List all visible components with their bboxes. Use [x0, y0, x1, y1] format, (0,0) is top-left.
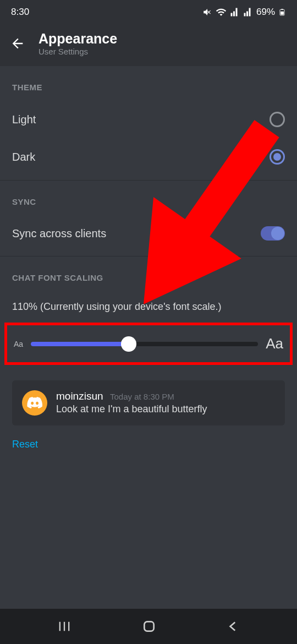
sync-section-header: SYNC: [0, 181, 297, 215]
slider-thumb[interactable]: [121, 336, 136, 352]
signal-icon-2: [243, 7, 253, 17]
android-nav-bar: [0, 609, 297, 644]
preview-timestamp: Today at 8:30 PM: [110, 392, 174, 401]
preview-message: Look at me I'm a beautiful butterfly: [56, 403, 207, 415]
status-time: 8:30: [11, 7, 29, 18]
toggle-thumb: [271, 227, 284, 240]
status-bar: 8:30 69%: [0, 0, 297, 24]
status-indicators: 69%: [202, 7, 286, 18]
radio-light[interactable]: [270, 112, 285, 127]
reset-button[interactable]: Reset: [0, 425, 297, 463]
recents-button[interactable]: [57, 619, 72, 634]
theme-option-light[interactable]: Light: [0, 101, 297, 138]
aa-large-label: Aa: [266, 335, 283, 352]
theme-dark-label: Dark: [12, 151, 35, 163]
font-scale-slider[interactable]: [31, 342, 258, 346]
theme-light-label: Light: [12, 113, 36, 126]
back-button[interactable]: [226, 619, 240, 634]
svg-rect-1: [281, 9, 283, 10]
sync-label: Sync across clients: [12, 227, 106, 240]
page-title: Appearance: [38, 31, 117, 47]
page-subtitle: User Settings: [38, 47, 117, 56]
sync-option[interactable]: Sync across clients: [0, 215, 297, 252]
signal-icon: [230, 7, 240, 17]
back-arrow-icon[interactable]: [10, 36, 25, 51]
radio-dark-inner: [273, 153, 281, 161]
theme-option-dark[interactable]: Dark: [0, 138, 297, 176]
sync-toggle[interactable]: [261, 226, 285, 241]
aa-small-label: Aa: [14, 340, 23, 348]
page-header: Appearance User Settings: [0, 24, 297, 66]
avatar: [22, 390, 47, 416]
battery-percent: 69%: [256, 7, 275, 18]
slider-fill: [31, 342, 129, 346]
battery-icon: [278, 7, 286, 18]
mute-icon: [202, 7, 212, 17]
message-preview: moinzisun Today at 8:30 PM Look at me I'…: [12, 380, 285, 425]
radio-dark[interactable]: [270, 149, 285, 165]
font-scale-slider-container: Aa Aa: [4, 323, 293, 365]
svg-rect-2: [280, 12, 284, 15]
theme-section-header: THEME: [0, 66, 297, 101]
preview-username: moinzisun: [56, 390, 103, 402]
discord-icon: [27, 397, 42, 409]
wifi-icon: [216, 7, 227, 18]
home-button[interactable]: [142, 619, 156, 634]
font-scaling-header: CHAT FONT SCALING: [0, 256, 297, 291]
svg-rect-5: [144, 621, 153, 631]
scale-percentage-text: 110% (Currently using your device's font…: [0, 291, 297, 319]
